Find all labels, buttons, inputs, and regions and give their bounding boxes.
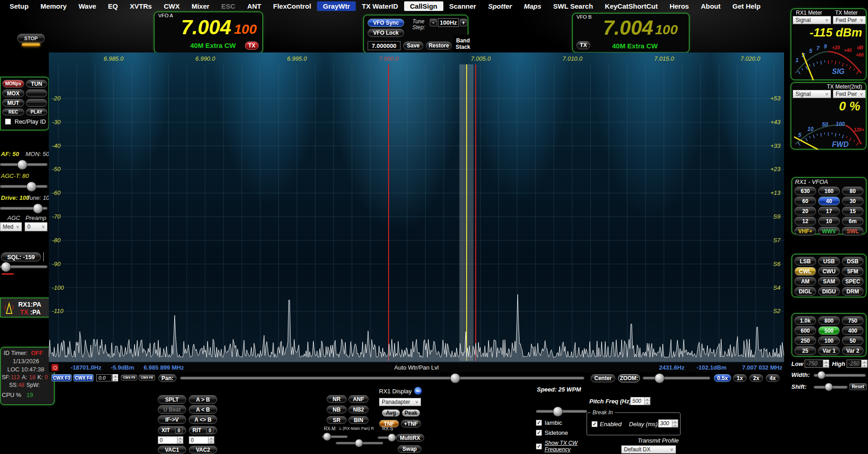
filter-800[interactable]: 800 (818, 316, 840, 325)
mode-dsb[interactable]: DSB (842, 257, 863, 266)
filter-600[interactable]: 600 (795, 326, 816, 335)
up-arrow-icon[interactable]: ▲ (645, 397, 650, 401)
menu-tx-waterid[interactable]: TX WaterID (356, 1, 404, 11)
monps-button[interactable]: MONps (2, 80, 24, 88)
mode-digu[interactable]: DIGU (818, 287, 840, 296)
blank-button-2[interactable] (26, 99, 47, 107)
vac1-button[interactable]: VAC1 (158, 446, 186, 454)
iambic-checkbox[interactable]: ✓ (536, 420, 542, 426)
down-arrow-icon[interactable]: ▼ (862, 364, 867, 367)
up-arrow-icon[interactable]: ▲ (177, 437, 183, 440)
vac2-button[interactable]: VAC2 (189, 446, 217, 454)
squelch-button[interactable]: SQL: -159 (1, 252, 41, 261)
display-mode-select[interactable]: Panadapter˅ (379, 398, 421, 406)
band-60[interactable]: 60 (795, 197, 816, 205)
menu-keycatshortcut[interactable]: KeyCatShortCut (599, 1, 664, 11)
menu-callsign[interactable]: CallSign (404, 1, 443, 11)
filter-250[interactable]: 250 (795, 336, 816, 345)
menu-mixer[interactable]: Mixer (186, 1, 215, 11)
sidetone-checkbox[interactable]: ✓ (536, 430, 542, 436)
menu-setup[interactable]: Setup (4, 1, 35, 11)
preamp-select[interactable]: 0˅ (25, 222, 47, 231)
nb2-button[interactable]: NB2 (348, 406, 369, 413)
mode-cwu[interactable]: CWU (818, 267, 840, 276)
menu-about[interactable]: About (695, 1, 726, 11)
bin-button[interactable]: BIN (348, 416, 369, 424)
band-630[interactable]: 630 (795, 187, 816, 195)
band-40-active[interactable]: 40 (818, 197, 840, 205)
vfo-b-tx-button[interactable]: TX (577, 41, 590, 49)
delay-stepper[interactable]: 300 ▲▼ (658, 419, 678, 428)
menu-swl-search[interactable]: SWL Search (547, 1, 599, 11)
vfo-sync-button[interactable]: VFO Sync (368, 19, 404, 27)
vfo-lock-button[interactable]: VFO Lock (368, 29, 404, 37)
zoom-05x-button[interactable]: 0.5x (714, 374, 731, 382)
vfo-b-frequency[interactable]: 7.004 (603, 16, 653, 39)
band-swl[interactable]: SWL (842, 227, 863, 235)
restore-button[interactable]: Restore (426, 42, 452, 50)
pan-button[interactable]: Pan: (158, 374, 177, 382)
tun-button[interactable]: TUN (26, 80, 47, 88)
zoom-4x-button[interactable]: 4x (766, 374, 780, 382)
mox-button[interactable]: MOX (2, 89, 24, 97)
meter2-right-select[interactable]: Fwd Pwr˅ (833, 90, 866, 98)
down-arrow-icon[interactable]: ▼ (672, 423, 678, 427)
menu-flexcontrol[interactable]: FlexControl (267, 1, 317, 11)
mode-spec[interactable]: SPEC (842, 277, 863, 286)
mode-am[interactable]: AM (795, 277, 816, 286)
filter-25[interactable]: 25 (795, 346, 816, 355)
plus-tnf-button[interactable]: +TNF (401, 420, 421, 428)
agc-select[interactable]: Med˅ (0, 222, 22, 231)
band-vhf[interactable]: VHF+ (795, 227, 816, 235)
break-in-enabled-checkbox[interactable]: ✓ (592, 421, 598, 427)
rit-button[interactable]: RIT0 (189, 426, 217, 434)
b-to-a-button[interactable]: A < B (189, 405, 217, 414)
a-swap-b-button[interactable]: A <> B (189, 415, 217, 424)
filter-400[interactable]: 400 (842, 326, 863, 335)
play-button[interactable]: PLAY (26, 109, 47, 115)
pitch-freq-stepper[interactable]: 500 ▲▼ (630, 397, 650, 405)
cwx-value-field[interactable]: 0.0 (96, 374, 112, 381)
menu-cwx[interactable]: CWX (158, 1, 186, 11)
filter-500-active[interactable]: 500 (818, 326, 840, 335)
vfo-a-frequency-hz[interactable]: 100 (234, 21, 257, 37)
band-80[interactable]: 80 (842, 187, 863, 195)
down-arrow-icon[interactable]: ▼ (645, 401, 650, 405)
multirx-button[interactable]: MultiRX (396, 434, 424, 442)
center-button[interactable]: Center (591, 374, 615, 382)
band-10[interactable]: 10 (818, 217, 840, 225)
menu-eq[interactable]: EQ (102, 1, 124, 11)
band-20[interactable]: 20 (795, 207, 816, 215)
up-arrow-icon[interactable]: ▲ (113, 374, 118, 378)
filter-50[interactable]: 50 (842, 336, 863, 345)
avg-button[interactable]: Avg (382, 409, 400, 417)
mode-5fm[interactable]: 5FM (842, 267, 863, 276)
up-arrow-icon[interactable]: ▲ (862, 360, 867, 364)
mode-usb[interactable]: USB (818, 257, 840, 266)
band-30[interactable]: 30 (842, 197, 863, 205)
xit-stepper[interactable]: 0 ▲▼ (158, 436, 183, 444)
meter2-left-select[interactable]: Signal˅ (793, 90, 831, 98)
menu-graywtr[interactable]: GrayWtr (317, 1, 356, 11)
menu-memory[interactable]: Memory (35, 1, 73, 11)
band-wwv[interactable]: WWV (818, 227, 840, 235)
recplay-id-checkbox[interactable] (5, 119, 11, 125)
band-17[interactable]: 17 (818, 207, 840, 215)
3d-badge[interactable]: 3D (414, 387, 422, 395)
transmit-profile-select[interactable]: Default DX˅ (621, 445, 676, 454)
menu-scanner[interactable]: Scanner (443, 1, 482, 11)
blank-button-1[interactable] (26, 89, 47, 97)
down-arrow-icon[interactable]: ▼ (208, 440, 214, 444)
tune-step-plus-button[interactable]: + (460, 19, 467, 26)
band-stack-button[interactable]: BandStack (453, 35, 473, 53)
zoom-1x-button[interactable]: 1x (733, 374, 747, 382)
nb-button[interactable]: NB (327, 406, 347, 413)
up-arrow-icon[interactable]: ▲ (208, 437, 214, 440)
swap-button[interactable]: Swap (398, 445, 421, 453)
up-arrow-icon[interactable]: ▲ (823, 360, 829, 364)
cwx-f3-button[interactable]: CWX F3 (52, 374, 72, 381)
xit-button[interactable]: XIT0 (158, 426, 186, 434)
band-160[interactable]: 160 (818, 187, 840, 195)
stop-button[interactable]: STOP (17, 34, 45, 43)
if-to-v-button[interactable]: IF->V (158, 415, 186, 424)
